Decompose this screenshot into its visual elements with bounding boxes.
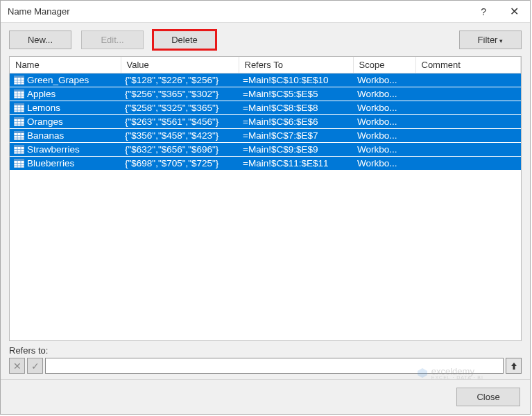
- row-name: Lemons: [27, 103, 60, 113]
- table-row[interactable]: Oranges{"$263","$561","$456"}=Main!$C$6:…: [10, 115, 521, 129]
- svg-rect-13: [14, 103, 24, 105]
- new-button[interactable]: New...: [9, 31, 71, 49]
- table-icon: [14, 131, 24, 140]
- row-scope: Workbo...: [353, 87, 415, 101]
- dialog-footer: Close: [1, 379, 530, 414]
- name-manager-dialog: Name Manager ? ✕ New... Edit... Delete F…: [0, 0, 531, 415]
- row-scope: Workbo...: [353, 101, 415, 115]
- table-icon: [14, 159, 24, 168]
- confirm-edit-icon[interactable]: ✓: [27, 358, 43, 374]
- row-scope: Workbo...: [353, 157, 415, 171]
- table-icon: [14, 76, 24, 85]
- column-refers[interactable]: Refers To: [239, 57, 353, 73]
- table-row[interactable]: Bananas{"$356","$458","$423"}=Main!$C$7:…: [10, 129, 521, 143]
- row-name: Apples: [27, 89, 55, 99]
- row-value: {"$256","$365","$302"}: [121, 87, 239, 101]
- row-value: {"$698","$705","$725"}: [121, 157, 239, 171]
- row-refers: =Main!$C$11:$E$11: [239, 157, 353, 171]
- close-icon[interactable]: ✕: [504, 3, 524, 19]
- row-scope: Workbo...: [353, 143, 415, 157]
- svg-rect-19: [14, 117, 24, 119]
- row-value: {"$632","$656","$696"}: [121, 143, 239, 157]
- row-refers: =Main!$C$10:$E$10: [239, 73, 353, 87]
- row-name: Strawberries: [27, 144, 80, 155]
- svg-rect-7: [14, 89, 24, 92]
- table-row[interactable]: Apples{"$256","$365","$302"}=Main!$C$5:$…: [10, 87, 521, 101]
- row-comment: [415, 101, 521, 115]
- row-name: Green_Grapes: [27, 75, 89, 85]
- row-value: {"$356","$458","$423"}: [121, 129, 239, 143]
- watermark: exceldemy EXCEL · DATA · BI: [416, 366, 483, 380]
- titlebar-controls: ? ✕: [475, 3, 524, 19]
- row-scope: Workbo...: [353, 129, 415, 143]
- table-row[interactable]: Lemons{"$258","$325","$365"}=Main!$C$8:$…: [10, 101, 521, 115]
- svg-rect-25: [14, 131, 24, 133]
- row-value: {"$128","$226","$256"}: [121, 73, 239, 87]
- svg-marker-42: [418, 368, 427, 378]
- refers-to-label: Refers to:: [9, 345, 522, 356]
- row-refers: =Main!$C$9:$E$9: [239, 143, 353, 157]
- row-comment: [415, 129, 521, 143]
- row-name: Blueberries: [27, 158, 74, 168]
- table-row[interactable]: Blueberries{"$698","$705","$725"}=Main!$…: [10, 157, 521, 171]
- names-table: Name Value Refers To Scope Comment Green…: [9, 56, 522, 341]
- close-button[interactable]: Close: [456, 388, 520, 406]
- titlebar: Name Manager ? ✕: [1, 1, 530, 23]
- table-header[interactable]: Name Value Refers To Scope Comment: [10, 57, 521, 73]
- logo-icon: [416, 367, 429, 379]
- row-scope: Workbo...: [353, 73, 415, 87]
- svg-rect-1: [14, 76, 24, 78]
- table-row[interactable]: Strawberries{"$632","$656","$696"}=Main!…: [10, 143, 521, 157]
- table-row[interactable]: Green_Grapes{"$128","$226","$256"}=Main!…: [10, 73, 521, 87]
- column-name[interactable]: Name: [10, 57, 121, 73]
- column-value[interactable]: Value: [121, 57, 239, 73]
- table-icon: [14, 145, 24, 154]
- column-comment[interactable]: Comment: [415, 57, 521, 73]
- row-refers: =Main!$C$8:$E$8: [239, 101, 353, 115]
- row-comment: [415, 115, 521, 129]
- toolbar: New... Edit... Delete Filter▾: [1, 23, 530, 56]
- edit-button[interactable]: Edit...: [81, 31, 144, 49]
- dialog-title: Name Manager: [8, 6, 475, 17]
- row-name: Bananas: [27, 130, 64, 141]
- row-comment: [415, 143, 521, 157]
- delete-button[interactable]: Delete: [153, 31, 216, 49]
- row-refers: =Main!$C$6:$E$6: [239, 115, 353, 129]
- row-comment: [415, 73, 521, 87]
- cancel-edit-icon[interactable]: ✕: [9, 358, 25, 374]
- table-icon: [14, 117, 24, 126]
- row-value: {"$263","$561","$456"}: [121, 115, 239, 129]
- chevron-down-icon: ▾: [499, 37, 503, 44]
- collapse-dialog-icon[interactable]: [506, 358, 522, 374]
- row-value: {"$258","$325","$365"}: [121, 101, 239, 115]
- row-comment: [415, 87, 521, 101]
- row-name: Oranges: [27, 116, 63, 127]
- row-refers: =Main!$C$5:$E$5: [239, 87, 353, 101]
- column-scope[interactable]: Scope: [353, 57, 415, 73]
- filter-button[interactable]: Filter▾: [459, 31, 522, 49]
- table-icon: [14, 103, 24, 112]
- svg-rect-31: [14, 145, 24, 147]
- row-scope: Workbo...: [353, 115, 415, 129]
- row-refers: =Main!$C$7:$E$7: [239, 129, 353, 143]
- help-icon[interactable]: ?: [475, 5, 492, 19]
- row-comment: [415, 157, 521, 171]
- table-icon: [14, 89, 24, 98]
- svg-rect-37: [14, 159, 24, 161]
